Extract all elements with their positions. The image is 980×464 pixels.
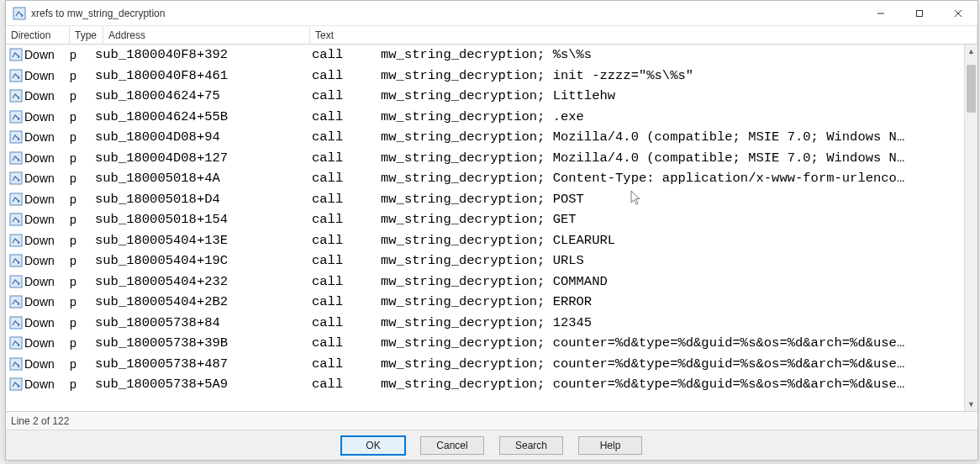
xref-icon [8,110,24,124]
direction-cell: Down [24,171,70,185]
table-row[interactable]: Downpsub_180005404+232callmw_string_decr… [6,272,964,293]
address-cell: sub_180005404+13E [95,233,312,248]
svg-rect-4 [10,90,22,102]
table-row[interactable]: Downpsub_1800040F8+392callmw_string_decr… [6,45,964,66]
table-row[interactable]: Downpsub_180005018+154callmw_string_decr… [6,209,964,230]
maximize-button[interactable] [900,1,939,25]
details-cell: mw_string_decryption; counter=%d&type=%d… [381,377,964,392]
address-cell: sub_180005404+19C [95,253,312,268]
statusbar: Line 2 of 122 [6,411,977,430]
table-row[interactable]: Downpsub_1800040F8+461callmw_string_decr… [6,66,964,87]
op-cell: call [312,253,381,268]
svg-rect-11 [10,235,22,246]
type-cell: p [70,213,95,226]
address-cell: sub_180005018+154 [95,212,312,227]
direction-cell: Down [24,48,70,61]
svg-rect-3 [10,70,22,82]
xref-icon [8,48,24,61]
scroll-track[interactable] [965,58,977,398]
table-row[interactable]: Downpsub_180004D08+127callmw_string_decr… [6,148,964,169]
direction-cell: Down [24,295,70,308]
titlebar[interactable]: xrefs to mw_string_decryption [6,1,977,26]
address-cell: sub_180004624+55B [95,109,312,124]
xref-icon [8,234,24,247]
rows-container: Downpsub_1800040F8+392callmw_string_decr… [6,45,964,395]
direction-cell: Down [24,69,70,82]
type-cell: p [70,130,95,144]
table-row[interactable]: Downpsub_180005018+4Acallmw_string_decry… [6,168,964,189]
table-row[interactable]: Downpsub_180004624+75callmw_string_decry… [6,86,964,107]
scroll-thumb[interactable] [967,65,976,113]
op-cell: call [312,377,381,392]
table-row[interactable]: Downpsub_180005018+D4callmw_string_decry… [6,189,964,210]
address-cell: sub_180005738+487 [95,356,312,372]
ok-button[interactable]: OK [341,436,405,455]
address-cell: sub_180005738+39B [95,335,312,351]
cancel-button[interactable]: Cancel [420,436,484,455]
details-cell: mw_string_decryption; ERROR [381,294,964,309]
header-text[interactable]: Text [310,26,977,44]
op-cell: call [312,68,381,83]
xref-icon [8,192,24,206]
xref-icon [8,213,24,226]
svg-rect-12 [10,255,22,266]
xref-icon [8,69,24,82]
table-row[interactable]: Downpsub_180005738+487callmw_string_decr… [6,354,964,375]
svg-rect-14 [10,296,22,308]
xref-icon [8,89,24,103]
content-area: Direction Type Address Text Downpsub_180… [6,26,977,460]
svg-rect-6 [10,131,22,143]
details-cell: mw_string_decryption; Littlehw [381,88,964,103]
xref-icon [8,275,24,288]
vertical-scrollbar[interactable]: ▲ ▼ [964,45,977,411]
details-cell: mw_string_decryption; Mozilla/4.0 (compa… [381,150,964,166]
direction-cell: Down [24,275,70,288]
table-row[interactable]: Downpsub_180004D08+94callmw_string_decry… [6,127,964,148]
type-cell: p [70,69,95,82]
window-controls [861,1,977,25]
close-button[interactable] [939,1,977,25]
xref-icon [8,357,24,371]
table-row[interactable]: Downpsub_180004624+55Bcallmw_string_decr… [6,107,964,128]
svg-rect-8 [10,172,22,184]
direction-cell: Down [24,110,70,124]
op-cell: call [312,171,381,186]
help-button[interactable]: Help [578,436,642,455]
address-cell: sub_1800040F8+392 [95,47,312,62]
type-cell: p [70,254,95,267]
scroll-up-icon[interactable]: ▲ [965,45,977,58]
scroll-down-icon[interactable]: ▼ [965,398,977,411]
op-cell: call [312,356,381,372]
table-row[interactable]: Downpsub_180005738+39Bcallmw_string_decr… [6,333,964,354]
direction-cell: Down [24,254,70,267]
details-cell: mw_string_decryption; .exe [381,109,964,124]
table-row[interactable]: Downpsub_180005404+13Ecallmw_string_decr… [6,230,964,251]
type-cell: p [70,151,95,165]
address-cell: sub_180004D08+127 [95,150,312,166]
window-title: xrefs to mw_string_decryption [31,8,861,19]
svg-rect-5 [10,111,22,123]
header-direction[interactable]: Direction [6,26,70,44]
address-cell: sub_180005404+2B2 [95,294,312,309]
details-cell: mw_string_decryption; GET [381,212,964,227]
svg-rect-16 [10,337,22,349]
type-cell: p [70,171,95,185]
details-cell: mw_string_decryption; Content-Type: appl… [381,171,964,186]
details-cell: mw_string_decryption; URLS [381,253,964,268]
details-cell: mw_string_decryption; COMMAND [381,274,964,289]
xref-icon [8,377,24,391]
type-cell: p [70,275,95,288]
table-row[interactable]: Downpsub_180005738+5A9callmw_string_decr… [6,374,964,395]
search-button[interactable]: Search [499,436,563,455]
header-address[interactable]: Address [103,26,310,44]
table-row[interactable]: Downpsub_180005404+19Ccallmw_string_decr… [6,250,964,272]
table-row[interactable]: Downpsub_180005738+84callmw_string_decry… [6,313,964,334]
details-cell: mw_string_decryption; counter=%d&type=%d… [381,356,964,372]
xref-icon [8,254,24,267]
header-type[interactable]: Type [70,26,103,44]
minimize-button[interactable] [861,1,900,25]
svg-rect-17 [10,358,22,370]
button-bar: OK Cancel Search Help [6,430,977,460]
table-row[interactable]: Downpsub_180005404+2B2callmw_string_decr… [6,292,964,313]
type-cell: p [70,357,95,371]
